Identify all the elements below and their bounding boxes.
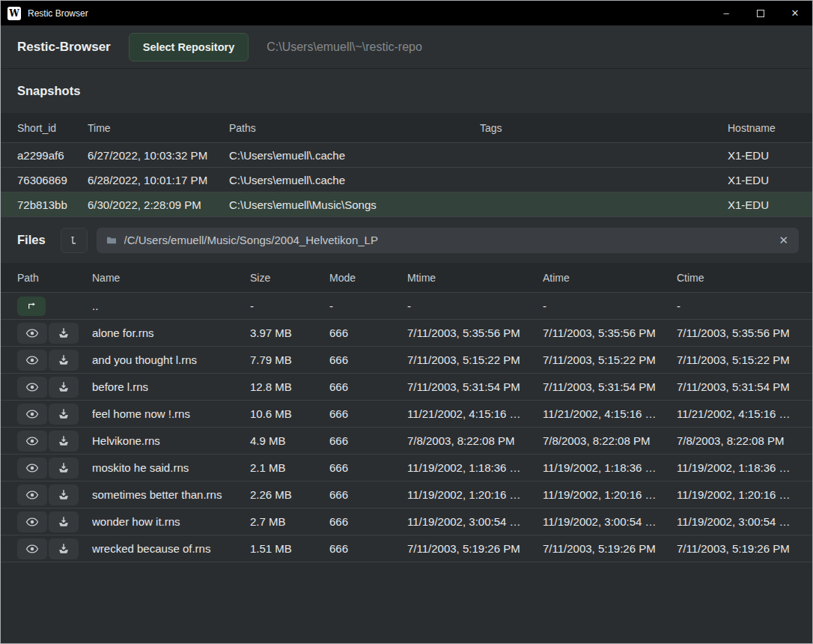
preview-file-button[interactable]: [17, 350, 47, 371]
file-mtime: 11/19/2002, 3:00:54 …: [407, 515, 543, 528]
file-atime: 11/21/2002, 4:15:16 …: [543, 407, 677, 420]
file-row: wrecked because of.rns 1.51 MB 666 7/11/…: [1, 535, 812, 562]
file-size: 2.26 MB: [250, 488, 329, 501]
file-row: alone for.rns 3.97 MB 666 7/11/2003, 5:3…: [1, 320, 812, 347]
file-name: before l.rns: [92, 380, 250, 393]
file-mode: 666: [329, 380, 407, 393]
file-atime: 7/8/2003, 8:22:08 PM: [543, 434, 677, 447]
file-row: moskito he said.rns 2.1 MB 666 11/19/200…: [1, 455, 812, 482]
maximize-button[interactable]: [743, 1, 778, 25]
file-size: 1.51 MB: [250, 542, 329, 555]
file-row: and you thought l.rns 7.79 MB 666 7/11/2…: [1, 347, 812, 374]
snapshot-short-id: 76306869: [17, 174, 88, 186]
download-icon: [57, 326, 70, 340]
preview-file-button[interactable]: [17, 404, 47, 425]
eye-icon: [25, 407, 39, 421]
go-up-directory-button[interactable]: [17, 297, 46, 316]
preview-file-button[interactable]: [17, 323, 47, 344]
snapshot-row-selected[interactable]: 72b813bb 6/30/2022, 2:28:09 PM C:\Users\…: [1, 192, 812, 217]
download-icon: [57, 515, 70, 529]
preview-file-button[interactable]: [17, 484, 47, 505]
col-time: Time: [88, 122, 229, 134]
download-file-button[interactable]: [49, 458, 79, 479]
col-path: Path: [17, 272, 92, 284]
file-name: feel home now !.rns: [92, 407, 250, 420]
file-row: wonder how it.rns 2.7 MB 666 11/19/2002,…: [1, 508, 812, 535]
file-atime: 7/11/2003, 5:31:54 PM: [543, 380, 677, 393]
snapshot-row[interactable]: 76306869 6/28/2022, 10:01:17 PM C:\Users…: [1, 168, 812, 192]
preview-file-button[interactable]: [17, 511, 47, 532]
download-file-button[interactable]: [49, 350, 79, 371]
file-name: wonder how it.rns: [92, 515, 250, 528]
repository-path: C:\Users\emuell\~\restic-repo: [267, 40, 422, 54]
file-name: and you thought l.rns: [92, 353, 250, 366]
snapshot-hostname: X1-EDU: [728, 174, 812, 186]
snapshot-paths: C:\Users\emuell\.cache: [229, 149, 480, 162]
snapshot-short-id: a2299af6: [17, 149, 88, 162]
preview-file-button[interactable]: [17, 377, 47, 398]
file-row: feel home now !.rns 10.6 MB 666 11/21/20…: [1, 401, 812, 428]
file-mode: 666: [329, 407, 407, 420]
col-ctime: Ctime: [677, 272, 812, 284]
file-ctime: 7/11/2003, 5:15:22 PM: [677, 353, 812, 366]
files-path-mode-button[interactable]: [61, 228, 88, 253]
empty-area: [1, 562, 812, 643]
col-mode: Mode: [329, 272, 407, 284]
file-row: Helvikone.rns 4.9 MB 666 7/8/2003, 8:22:…: [1, 428, 812, 455]
snapshot-time: 6/30/2022, 2:28:09 PM: [88, 198, 229, 211]
file-ctime: 7/11/2003, 5:35:56 PM: [677, 326, 812, 339]
wails-logo-icon: W: [7, 7, 21, 20]
file-mode: -: [329, 300, 407, 312]
preview-file-button[interactable]: [17, 538, 47, 559]
download-file-button[interactable]: [49, 538, 79, 559]
close-button[interactable]: ✕: [778, 1, 812, 25]
file-ctime: 11/21/2002, 4:15:16 …: [677, 407, 812, 420]
file-ctime: 11/19/2002, 1:18:36 …: [677, 461, 812, 474]
file-mode: 666: [329, 326, 407, 339]
snapshot-short-id: 72b813bb: [17, 198, 88, 211]
eye-icon: [25, 380, 39, 394]
eye-icon: [25, 515, 39, 529]
select-repository-button[interactable]: Select Repository: [129, 33, 249, 61]
download-file-button[interactable]: [49, 377, 79, 398]
file-atime: 11/19/2002, 3:00:54 …: [543, 515, 677, 528]
file-ctime: 7/11/2003, 5:31:54 PM: [677, 380, 812, 393]
file-mode: 666: [329, 542, 407, 555]
file-size: 2.7 MB: [250, 515, 329, 528]
download-file-button[interactable]: [49, 431, 79, 452]
preview-file-button[interactable]: [17, 431, 47, 452]
download-icon: [57, 488, 70, 502]
download-file-button[interactable]: [49, 484, 79, 505]
col-size: Size: [250, 272, 329, 284]
file-name: moskito he said.rns: [92, 461, 250, 474]
window-title: Restic Browser: [28, 8, 709, 19]
files-heading: Files: [17, 233, 46, 247]
col-mtime: Mtime: [407, 272, 543, 284]
download-file-button[interactable]: [49, 511, 79, 532]
maximize-icon: [757, 10, 764, 17]
file-ctime: 11/19/2002, 1:20:16 …: [677, 488, 812, 501]
download-file-button[interactable]: [49, 404, 79, 425]
preview-file-button[interactable]: [17, 458, 47, 479]
file-mtime: 11/19/2002, 1:18:36 …: [407, 461, 543, 474]
file-atime: -: [543, 300, 677, 312]
snapshot-time: 6/28/2022, 10:01:17 PM: [88, 174, 229, 186]
restic-browser-window: W Restic Browser – ✕ Restic-Browser Sele…: [0, 0, 813, 644]
file-mtime: 11/21/2002, 4:15:16 …: [407, 407, 543, 420]
file-name: sometimes better than.rns: [92, 488, 250, 501]
col-hostname: Hostname: [728, 122, 812, 134]
files-path-input[interactable]: [124, 234, 771, 246]
download-file-button[interactable]: [49, 323, 79, 344]
eye-icon: [25, 434, 39, 448]
minimize-button[interactable]: –: [709, 1, 743, 25]
file-name: ..: [92, 300, 250, 312]
clear-path-icon[interactable]: ✕: [777, 234, 790, 247]
eye-icon: [25, 488, 39, 502]
col-paths: Paths: [229, 122, 480, 134]
file-ctime: -: [677, 300, 812, 312]
app-header: Restic-Browser Select Repository C:\User…: [1, 25, 812, 68]
col-short-id: Short_id: [17, 122, 88, 134]
file-name: Helvikone.rns: [92, 434, 250, 447]
snapshot-row[interactable]: a2299af6 6/27/2022, 10:03:32 PM C:\Users…: [1, 143, 812, 168]
col-name: Name: [92, 272, 250, 284]
